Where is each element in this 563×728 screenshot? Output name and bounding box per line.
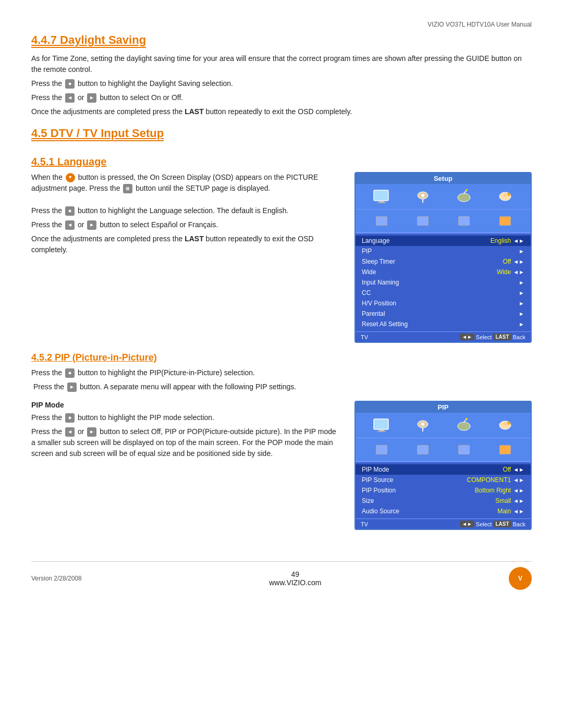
pip-osd-icon-satellite <box>413 416 432 435</box>
left-button-icon <box>65 93 75 103</box>
osd-setup-footer: TV ◄► Select LAST Back <box>356 331 531 342</box>
left-btn-pip <box>65 427 75 437</box>
pip-osd-small3 <box>455 440 473 459</box>
section-452-body1: Press the button to highlight the PIP(Pi… <box>31 367 532 378</box>
osd-icon-dish <box>455 187 473 206</box>
svg-rect-0 <box>374 190 388 201</box>
osd-menu-row: Parental► <box>356 309 531 319</box>
svg-rect-2 <box>377 202 386 203</box>
svg-rect-1 <box>379 201 384 202</box>
pip-osd-icon-dish <box>455 416 473 435</box>
osd-icon-satellite <box>413 187 432 206</box>
osd-icons-row2 <box>356 209 531 233</box>
osd-menu-row: Input Naming► <box>356 277 531 288</box>
osd-menu-row: WideWide◄► <box>356 267 531 277</box>
section-45: 4.5 DTV / TV Input Setup <box>31 127 532 146</box>
pip-osd-menu-row: PIP SourceCOMPONENT1◄► <box>356 475 531 485</box>
svg-rect-12 <box>374 419 388 429</box>
pip-osd-icons-row2 <box>356 438 531 462</box>
pip-osd-menu-row: PIP ModeOff◄► <box>356 464 531 475</box>
pip-mode-text: PIP Mode Press the button to highlight t… <box>31 401 342 462</box>
pip1-body: Press the button to highlight the PIP mo… <box>31 412 342 423</box>
v-button-icon <box>66 173 75 182</box>
back-badge: LAST <box>493 334 511 340</box>
section-451-body3: Press the or button to select Español or… <box>31 219 342 230</box>
pip-osd-icon-monitor <box>372 416 391 435</box>
osd-icon-monitor <box>372 187 391 206</box>
section-451: 4.5.1 Language When the button is presse… <box>31 156 532 343</box>
nav-btn-pip1 <box>65 368 75 378</box>
section-452-title: 4.5.2 PIP (Picture-in-Picture) <box>31 352 532 363</box>
osd-setup: Setup <box>354 172 532 343</box>
osd-footer-left: TV <box>361 334 368 340</box>
osd-footer-right: ◄► Select LAST Back <box>460 334 525 340</box>
manual-title: VIZIO VO37L HDTV10A User Manual <box>427 21 532 28</box>
section-452-body2: Press the button. A separate menu will a… <box>31 381 532 392</box>
pip-footer-right: ◄► Select LAST Back <box>460 521 525 527</box>
section-447-title: 4.4.7 Daylight Saving <box>31 33 146 48</box>
pip-osd-icon-bird <box>496 416 515 435</box>
right-btn-pip2 <box>87 427 96 437</box>
osd-icons-row1 <box>356 184 531 209</box>
pip-osd-title: PIP <box>356 402 531 413</box>
select-badge: ◄► <box>460 334 474 340</box>
pip-osd-menu-row: SizeSmall◄► <box>356 496 531 506</box>
pip-mode-title: PIP Mode <box>31 401 342 409</box>
svg-rect-13 <box>379 429 384 431</box>
pip-footer-left: TV <box>361 521 368 527</box>
page-header: VIZIO VO37L HDTV10A User Manual <box>31 21 532 28</box>
page-footer: Version 2/28/2008 49 www.VIZIO.com V <box>31 561 532 590</box>
svg-rect-14 <box>377 431 386 432</box>
osd-icon-bird <box>496 187 515 206</box>
pip-osd-footer: TV ◄► Select LAST Back <box>356 519 531 529</box>
osd-icon-small3 <box>455 212 473 230</box>
setup-osd-screen: Setup <box>354 172 532 343</box>
section-447: 4.4.7 Daylight Saving As for Time Zone, … <box>31 33 532 117</box>
section-447-body1: As for Time Zone, setting the daylight s… <box>31 53 532 75</box>
nav-btn-pip2 <box>65 413 75 423</box>
osd-menu-row: H/V Position► <box>356 298 531 309</box>
footer-url: www.VIZIO.com <box>82 578 509 587</box>
section-451-body1: When the button is pressed, the On Scree… <box>31 172 342 194</box>
nav-button-icon <box>65 79 75 89</box>
svg-point-18 <box>458 422 470 430</box>
osd-menu-row: PIP► <box>356 246 531 256</box>
osd-icon-small2 <box>413 212 432 230</box>
svg-point-10 <box>507 193 510 196</box>
svg-point-8 <box>466 189 468 191</box>
footer-logo: V <box>509 567 532 590</box>
section-451-title: 4.5.1 Language <box>31 156 532 168</box>
pip-mode-section: PIP Mode Press the button to highlight t… <box>31 401 532 530</box>
pip-osd-small1 <box>372 440 391 459</box>
osd-icon-small4 <box>496 212 515 230</box>
pip-osd-small2 <box>413 440 432 459</box>
osd-pip: PIP <box>354 401 532 530</box>
osd-menu-row: LanguageEnglish◄► <box>356 236 531 246</box>
svg-point-20 <box>466 418 468 420</box>
pip-osd-menu-row: Audio SourceMain◄► <box>356 506 531 516</box>
section-447-body4: Once the adjustments are completed press… <box>31 106 532 117</box>
section-45-title: 4.5 DTV / TV Input Setup <box>31 127 164 141</box>
menu-button-icon <box>123 184 132 193</box>
section-447-body3: Press the or button to select On or Off. <box>31 92 532 103</box>
pip-select-badge: ◄► <box>460 521 474 527</box>
footer-page: 49 <box>82 570 509 578</box>
pip-osd-icons-row1 <box>356 413 531 438</box>
section-451-body4: Once the adjustments are completed press… <box>31 233 342 255</box>
pip-osd-small4 <box>496 440 515 459</box>
svg-point-17 <box>421 423 424 426</box>
footer-version: Version 2/28/2008 <box>31 575 82 582</box>
section-451-text: When the button is pressed, the On Scree… <box>31 172 342 258</box>
left-btn-icon2 <box>65 220 75 230</box>
section-451-body2: Press the button to highlight the Langua… <box>31 205 342 216</box>
right-btn-icon2 <box>87 220 96 230</box>
section-452: 4.5.2 PIP (Picture-in-Picture) Press the… <box>31 352 532 530</box>
pip-osd-menu-row: PIP PositionBottom Right◄► <box>356 485 531 496</box>
osd-menu-row: CC► <box>356 288 531 298</box>
osd-title: Setup <box>356 173 531 184</box>
osd-menu: LanguageEnglish◄►PIP►Sleep TimerOff◄►Wid… <box>356 233 531 331</box>
footer-center: 49 www.VIZIO.com <box>82 570 509 587</box>
osd-menu-row: Sleep TimerOff◄► <box>356 256 531 267</box>
svg-point-22 <box>507 422 510 425</box>
osd-icon-small1 <box>372 212 391 230</box>
